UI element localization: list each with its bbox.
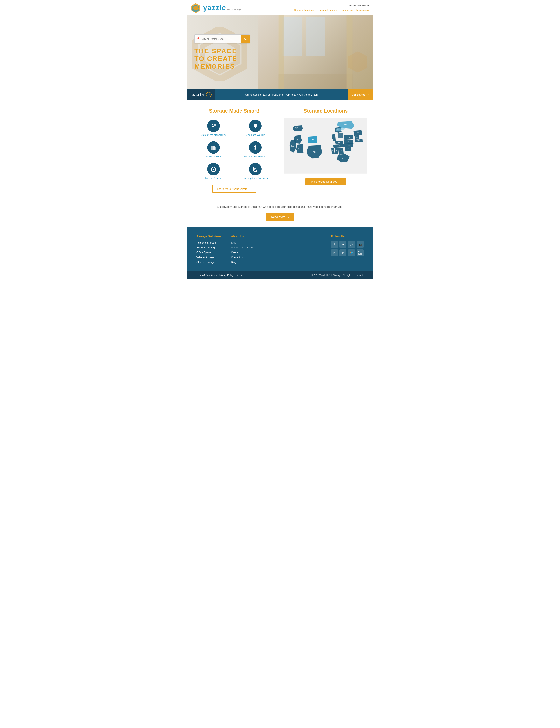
svg-text:MS: MS — [332, 150, 334, 152]
svg-point-81 — [341, 128, 345, 130]
google-plus-icon[interactable]: g+ — [348, 241, 355, 248]
footer-about-us: About Us FAQ Self Storage Auction Career… — [231, 235, 254, 265]
pay-online-label: Pay Online — [191, 93, 204, 96]
footer-bottom: Terms & Conditions Privacy Policy Sitema… — [187, 271, 373, 280]
reserve-icon — [210, 166, 217, 172]
footer-follow-us: Follow Us f ◈ g+ 📷 in P 🐦 YouTube — [331, 235, 364, 265]
search-input[interactable] — [201, 36, 241, 42]
list-item[interactable]: Self Storage Auction — [231, 246, 254, 249]
follow-us-heading: Follow Us — [331, 235, 364, 238]
list-item[interactable]: Personal Storage — [196, 241, 221, 244]
feature-lighting: Clean and Well Lit — [236, 120, 274, 136]
sizes-icon — [210, 144, 217, 151]
feature-sizes: Variety of Sizes — [194, 141, 232, 158]
learn-more-container: Learn More About Yazzle → — [191, 185, 278, 193]
storage-locations-title: Storage Locations — [282, 108, 369, 114]
main-nav: Storage Solutions Storage Locations Abou… — [294, 9, 369, 11]
svg-text:WA: WA — [295, 127, 298, 129]
contracts-icon-bg — [249, 163, 262, 175]
svg-text:FL: FL — [342, 158, 344, 159]
storage-locations-section: Storage Locations WA NV CA — [280, 108, 369, 193]
social-row-2: in P 🐦 YouTube — [331, 249, 364, 256]
svg-text:TX: TX — [313, 151, 316, 153]
logo-yazzle: yazzle — [203, 4, 226, 12]
get-started-button[interactable]: Get Started → — [348, 89, 373, 100]
svg-point-22 — [254, 148, 256, 150]
smartstop-section: SmartStop® Self Storage is the smart way… — [187, 201, 373, 227]
svg-text:KY: KY — [338, 142, 340, 144]
list-item[interactable]: Business Storage — [196, 246, 221, 249]
lighting-label: Clean and Well Lit — [246, 134, 265, 136]
svg-text:PA: PA — [348, 136, 350, 138]
usa-map[interactable]: WA NV CA AZ CO TX — [284, 118, 367, 174]
svg-text:SC: SC — [347, 148, 349, 150]
pinterest-icon[interactable]: P — [340, 249, 347, 256]
copyright: © 2017 Yazzle® Self Storage. All Rights … — [311, 274, 364, 277]
logo[interactable]: yazzle self storage — [191, 2, 241, 13]
climate-icon — [252, 144, 258, 151]
list-item[interactable]: Contact Us — [231, 255, 254, 259]
logo-icon — [191, 2, 201, 13]
storage-solutions-heading: Storage Solutions — [196, 235, 221, 238]
climate-icon-bg — [249, 141, 262, 154]
svg-text:AZ: AZ — [298, 148, 301, 150]
search-button[interactable] — [241, 35, 250, 43]
list-item[interactable]: Vehicle Storage — [196, 255, 221, 259]
storage-solutions-list: Personal Storage Business Storage Office… — [196, 241, 221, 264]
find-storage-button[interactable]: Find Storage Near You → — [305, 178, 346, 185]
list-item[interactable]: FAQ — [231, 241, 254, 244]
facebook-icon[interactable]: f — [331, 241, 338, 248]
nav-storage-locations[interactable]: Storage Locations — [318, 9, 338, 11]
logo-sub: self storage — [227, 8, 241, 11]
instagram-icon[interactable]: 📷 — [357, 241, 364, 248]
list-item[interactable]: Student Storage — [196, 260, 221, 264]
security-icon — [210, 123, 217, 129]
hero-hex-right — [346, 50, 369, 74]
footer-top: Storage Solutions Personal Storage Busin… — [196, 235, 364, 265]
climate-label: Climate Controlled Units — [243, 155, 268, 158]
sitemap-link[interactable]: Sitemap — [236, 274, 244, 277]
feature-contracts: No Long-term Contracts — [236, 163, 274, 180]
svg-rect-20 — [215, 147, 216, 150]
svg-text:MD: MD — [357, 140, 360, 142]
contracts-icon — [252, 166, 258, 172]
terms-link[interactable]: Terms & Conditions — [196, 274, 217, 277]
sizes-icon-bg — [207, 141, 220, 154]
svg-text:ON: ON — [344, 124, 347, 126]
nav-my-account[interactable]: My Account — [356, 9, 369, 11]
find-storage-container: Find Storage Near You → — [282, 178, 369, 185]
security-label: State-of-the-art Security — [201, 134, 226, 136]
nav-storage-solutions[interactable]: Storage Solutions — [294, 9, 314, 11]
pay-online-arrow: → — [206, 92, 212, 97]
usa-map-container: WA NV CA AZ CO TX — [282, 118, 369, 174]
search-icon — [244, 37, 247, 41]
svg-text:NV: NV — [297, 139, 299, 141]
svg-text:NC: NC — [348, 144, 350, 146]
lighting-icon-bg — [249, 120, 262, 132]
learn-more-button[interactable]: Learn More About Yazzle → — [212, 185, 256, 193]
svg-marker-11 — [348, 51, 367, 73]
layers-icon[interactable]: ◈ — [340, 241, 347, 248]
privacy-link[interactable]: Privacy Policy — [219, 274, 234, 277]
nav-about-us[interactable]: About Us — [342, 9, 352, 11]
svg-point-12 — [212, 124, 213, 125]
list-item[interactable]: Career — [231, 251, 254, 254]
list-item[interactable]: Office Space — [196, 251, 221, 254]
twitter-icon[interactable]: 🐦 — [348, 249, 355, 256]
about-us-list: FAQ Self Storage Auction Career Contact … — [231, 241, 254, 264]
feature-climate: Climate Controlled Units — [236, 141, 274, 158]
youtube-icon[interactable]: YouTube — [357, 249, 364, 256]
svg-rect-7 — [306, 17, 325, 56]
get-started-arrow: → — [367, 93, 369, 96]
svg-rect-19 — [213, 146, 215, 150]
svg-rect-6 — [282, 17, 302, 56]
svg-text:AL: AL — [335, 150, 337, 152]
read-more-button[interactable]: Read More ↓ — [266, 213, 294, 221]
list-item[interactable]: Blog — [231, 260, 254, 264]
svg-rect-16 — [255, 128, 256, 128]
svg-rect-9 — [278, 15, 284, 89]
linkedin-icon[interactable]: in — [331, 249, 338, 256]
hero-section: 📍 THE SPACE TO CREATE MEMORIES — [187, 15, 373, 89]
search-container: 📍 — [194, 34, 250, 43]
svg-rect-8 — [278, 74, 352, 89]
